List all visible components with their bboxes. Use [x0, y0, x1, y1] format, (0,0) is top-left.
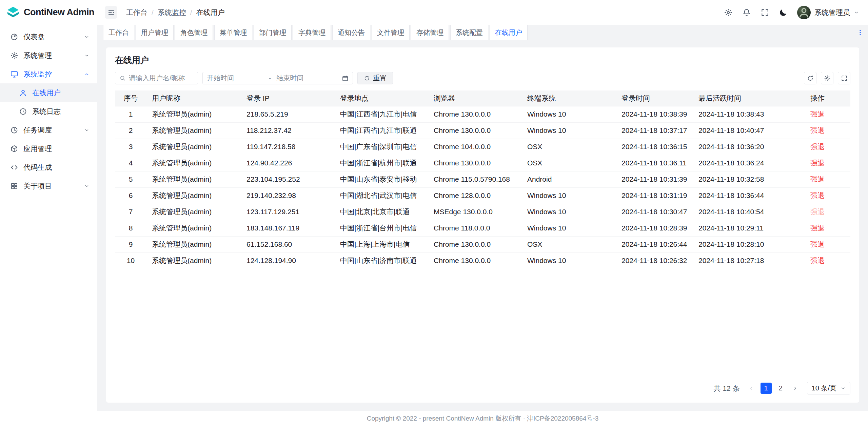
- date-start-placeholder: 开始时间: [207, 74, 269, 83]
- tab[interactable]: 工作台: [103, 25, 134, 40]
- force-logout-link[interactable]: 强退: [810, 110, 825, 118]
- cell-nickname: 系统管理员(admin): [146, 187, 241, 204]
- sidebar-item[interactable]: 仪表盘: [0, 27, 97, 46]
- user-menu[interactable]: 系统管理员: [797, 6, 859, 19]
- sidebar-item[interactable]: 系统监控: [0, 65, 97, 83]
- cell-ip: 183.148.167.119: [241, 220, 335, 236]
- force-logout-link[interactable]: 强退: [810, 208, 825, 216]
- pagination-prev-button[interactable]: [746, 383, 757, 394]
- table-row: 8系统管理员(admin)183.148.167.119中国|浙江省|台州市|电…: [115, 220, 850, 236]
- history-icon: [19, 107, 27, 116]
- table-row: 9系统管理员(admin)61.152.168.60中国|上海|上海市|电信Ch…: [115, 236, 850, 252]
- force-logout-link[interactable]: 强退: [810, 240, 825, 248]
- cell-os: Windows 10: [522, 220, 616, 236]
- tab[interactable]: 部门管理: [254, 25, 292, 40]
- tab-active[interactable]: 在线用户: [490, 25, 528, 40]
- cell-ip: 119.147.218.58: [241, 139, 335, 155]
- cube-icon: [10, 145, 18, 153]
- date-range-picker[interactable]: 开始时间 - 结束时间: [202, 72, 353, 84]
- sidebar-item[interactable]: 关于项目: [0, 177, 97, 195]
- tab[interactable]: 系统配置: [450, 25, 488, 40]
- force-logout-link[interactable]: 强退: [810, 175, 825, 183]
- sidebar-subitem[interactable]: 系统日志: [0, 102, 97, 121]
- tab[interactable]: 菜单管理: [214, 25, 252, 40]
- tab[interactable]: 通知公告: [332, 25, 370, 40]
- tab[interactable]: 存储管理: [411, 25, 449, 40]
- breadcrumb-item[interactable]: 工作台: [126, 8, 147, 17]
- calendar-icon: [342, 75, 349, 82]
- tab-label: 角色管理: [180, 28, 208, 37]
- gear-table-button[interactable]: [821, 72, 833, 84]
- tab[interactable]: 用户管理: [136, 25, 174, 40]
- fullscreen-icon[interactable]: [761, 8, 769, 17]
- refresh-icon: [364, 75, 370, 81]
- filter-toolbar: 开始时间 - 结束时间 重置: [115, 72, 850, 84]
- refresh-table-button[interactable]: [804, 72, 816, 84]
- sidebar-item[interactable]: 应用管理: [0, 139, 97, 158]
- pagination-page-button[interactable]: 2: [775, 383, 786, 394]
- cell-location: 中国|上海|上海市|电信: [335, 236, 428, 252]
- fullscreen-table-button[interactable]: [838, 72, 850, 84]
- collapse-sidebar-button[interactable]: [105, 6, 117, 19]
- cell-browser: MSEdge 130.0.0.0: [428, 204, 522, 220]
- tab[interactable]: 角色管理: [175, 25, 213, 40]
- cell-browser: Chrome 115.0.5790.168: [428, 171, 522, 187]
- bell-icon[interactable]: [742, 8, 751, 17]
- pagination-page-button[interactable]: 1: [761, 383, 772, 394]
- cell-last_active_time: 2024-11-18 10:29:11: [693, 220, 805, 236]
- dashboard-icon: [10, 33, 18, 41]
- cell-browser: Chrome 130.0.0.0: [428, 252, 522, 269]
- menu-fold-icon: [107, 9, 115, 16]
- table-row: 6系统管理员(admin)219.140.232.98中国|湖北省|武汉市|电信…: [115, 187, 850, 204]
- sidebar-item[interactable]: 代码生成: [0, 158, 97, 177]
- pagination-next-button[interactable]: [790, 383, 801, 394]
- cell-os: Windows 10: [522, 106, 616, 122]
- app-logo[interactable]: ContiNew Admin: [0, 0, 97, 25]
- tab-more-button[interactable]: [855, 25, 865, 40]
- table-row: 7系统管理员(admin)123.117.129.251中国|北京|北京市|联通…: [115, 204, 850, 220]
- table-row: 10系统管理员(admin)124.128.194.90中国|山东省|济南市|联…: [115, 252, 850, 269]
- breadcrumb-item[interactable]: 系统监控: [158, 8, 186, 17]
- sidebar-subitem[interactable]: 在线用户: [0, 83, 97, 102]
- cell-login_time: 2024-11-18 10:31:19: [616, 187, 693, 204]
- cell-nickname: 系统管理员(admin): [146, 236, 241, 252]
- cell-action: 强退: [805, 122, 850, 139]
- cell-os: Windows 10: [522, 122, 616, 139]
- reset-button[interactable]: 重置: [357, 72, 393, 84]
- force-logout-link[interactable]: 强退: [810, 224, 825, 232]
- chevron-up-icon: [84, 72, 90, 77]
- force-logout-link[interactable]: 强退: [810, 257, 825, 264]
- online-users-card: 在线用户 开始时间 - 结束时间 重置: [106, 47, 859, 403]
- tab-label: 在线用户: [495, 28, 522, 37]
- cell-os: OSX: [522, 155, 616, 171]
- moon-icon[interactable]: [779, 8, 788, 17]
- force-logout-link[interactable]: 强退: [810, 159, 825, 167]
- cell-action: 强退: [805, 220, 850, 236]
- cell-browser: Chrome 104.0.0.0: [428, 139, 522, 155]
- force-logout-link[interactable]: 强退: [810, 126, 825, 134]
- sidebar-item-label: 应用管理: [23, 144, 90, 154]
- force-logout-link[interactable]: 强退: [810, 143, 825, 150]
- search-input[interactable]: [129, 74, 194, 82]
- cell-login_time: 2024-11-18 10:36:11: [616, 155, 693, 171]
- column-header: 操作: [805, 90, 850, 106]
- sidebar-item[interactable]: 系统管理: [0, 46, 97, 65]
- gear-icon: [824, 75, 831, 82]
- table-row: 5系统管理员(admin)223.104.195.252中国|山东省|泰安市|移…: [115, 171, 850, 187]
- column-header: 终端系统: [522, 90, 616, 106]
- cell-os: Windows 10: [522, 187, 616, 204]
- tab[interactable]: 文件管理: [372, 25, 410, 40]
- tab[interactable]: 字典管理: [293, 25, 331, 40]
- avatar: [797, 6, 811, 19]
- force-logout-link[interactable]: 强退: [810, 191, 825, 199]
- chevron-left-icon: [749, 386, 754, 391]
- cell-last_active_time: 2024-11-18 10:28:10: [693, 236, 805, 252]
- cell-login_time: 2024-11-18 10:38:39: [616, 106, 693, 122]
- date-end-placeholder: 结束时间: [276, 74, 338, 83]
- cell-location: 中国|山东省|济南市|联通: [335, 252, 428, 269]
- sidebar-item[interactable]: 任务调度: [0, 121, 97, 139]
- gear-icon[interactable]: [724, 8, 733, 17]
- tab-label: 通知公告: [338, 28, 365, 37]
- code-icon: [10, 163, 18, 171]
- page-size-select[interactable]: 10 条/页: [807, 382, 850, 394]
